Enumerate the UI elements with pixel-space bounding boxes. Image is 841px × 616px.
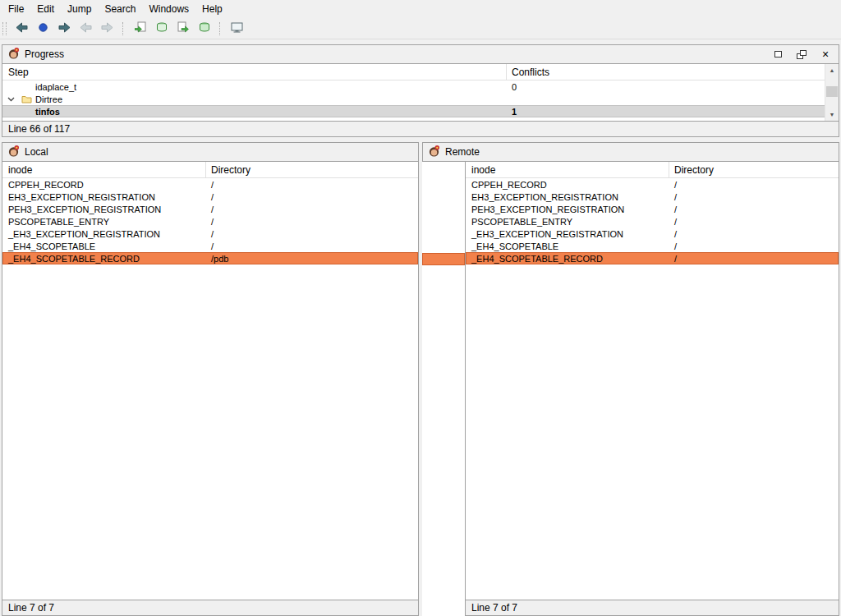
file-export-icon [177,21,189,35]
local-table-row[interactable]: EH3_EXCEPTION_REGISTRATION/ [2,191,418,203]
toolbar-separator [122,22,127,35]
remote-panel-title: Remote [445,146,834,158]
arrow-right-disabled-icon [101,22,113,35]
remote-row-list: CPPEH_RECORD/EH3_EXCEPTION_REGISTRATION/… [466,178,839,600]
remote-table-area: inode Directory CPPEH_RECORD/EH3_EXCEPTI… [465,162,839,616]
directory-cell: / [669,254,839,264]
local-table: inode Directory CPPEH_RECORD/EH3_EXCEPTI… [2,162,419,600]
merge-panes: Local inode Directory CPPEH_RECORD/EH3_E… [0,137,841,616]
blue-dot-icon [39,23,48,34]
column-header-directory[interactable]: Directory [206,162,418,177]
remote-table-row[interactable]: _EH4_SCOPETABLE/ [466,240,839,252]
remote-content: inode Directory CPPEH_RECORD/EH3_EXCEPTI… [422,162,839,616]
arrow-right-icon [58,22,71,35]
remote-table-row[interactable]: EH3_EXCEPTION_REGISTRATION/ [466,191,839,203]
local-panel-title: Local [25,146,413,158]
toolbar [0,18,841,39]
local-table-row[interactable]: CPPEH_RECORD/ [2,178,418,191]
file-import-icon [135,21,146,35]
inode-cell: _EH4_SCOPETABLE_RECORD [2,254,206,264]
inode-cell: PSCOPETABLE_ENTRY [466,217,669,227]
monitor-icon [231,22,243,35]
remote-table-row[interactable]: PSCOPETABLE_ENTRY/ [466,215,839,228]
remote-titlebar[interactable]: Remote [422,142,839,162]
progress-row[interactable]: tinfos1 [2,105,839,117]
remote-table-row[interactable]: _EH4_SCOPETABLE_RECORD/ [466,252,839,264]
menu-file[interactable]: File [2,1,30,17]
step-cell: tinfos [2,105,507,117]
jump-forward-button[interactable] [54,20,75,38]
remote-table: inode Directory CPPEH_RECORD/EH3_EXCEPTI… [465,162,839,600]
column-header-inode[interactable]: inode [466,162,669,177]
local-titlebar[interactable]: Local [2,142,419,162]
stop-button[interactable] [33,20,53,38]
folder-icon [21,94,32,103]
column-header-conflicts[interactable]: Conflicts [507,64,839,80]
local-table-row[interactable]: PSCOPETABLE_ENTRY/ [2,215,418,228]
directory-cell: /pdb [206,254,418,264]
remote-table-row[interactable]: CPPEH_RECORD/ [466,178,839,191]
directory-cell: / [669,229,839,239]
remote-table-header: inode Directory [466,162,839,178]
column-header-step[interactable]: Step [2,64,507,80]
column-header-inode[interactable]: inode [2,162,206,177]
step-cell: Dirtree [2,93,507,105]
progress-panel: Progress × Step Conflicts idaplace_t0Dir… [2,44,839,137]
save-database-button[interactable] [194,20,214,38]
remote-table-row[interactable]: _EH3_EXCEPTION_REGISTRATION/ [466,228,839,240]
back-button[interactable] [76,20,96,38]
progress-titlebar[interactable]: Progress × [2,44,839,64]
scroll-down-button[interactable]: ▼ [825,108,839,121]
float-button[interactable] [796,48,807,60]
scrollbar-thumb[interactable] [826,86,838,98]
save-file-button[interactable] [172,20,193,38]
toolbar-separator [219,22,224,35]
app-icon [7,47,20,62]
progress-row[interactable]: Dirtree [2,93,839,105]
directory-cell: / [669,205,839,214]
inode-cell: PEH3_EXCEPTION_REGISTRATION [2,205,206,214]
directory-cell: / [206,180,418,190]
inode-cell: EH3_EXCEPTION_REGISTRATION [466,192,669,202]
column-header-directory[interactable]: Directory [669,162,839,177]
jump-back-button[interactable] [11,20,32,38]
inode-cell: EH3_EXCEPTION_REGISTRATION [2,192,206,202]
inode-cell: CPPEH_RECORD [2,180,206,190]
menu-search[interactable]: Search [98,1,142,17]
remote-table-row[interactable]: PEH3_EXCEPTION_REGISTRATION/ [466,203,839,215]
inode-cell: _EH4_SCOPETABLE [2,241,206,251]
forward-button[interactable] [97,20,117,38]
local-table-row[interactable]: PEH3_EXCEPTION_REGISTRATION/ [2,203,418,215]
progress-status: Line 66 of 117 [2,122,839,137]
menu-edit[interactable]: Edit [30,1,61,17]
restore-icon [774,51,782,57]
menu-help[interactable]: Help [195,1,229,17]
local-table-row[interactable]: _EH4_SCOPETABLE_RECORD/pdb [2,252,418,264]
local-row-list: CPPEH_RECORD/EH3_EXCEPTION_REGISTRATION/… [2,178,418,600]
close-button[interactable]: × [820,48,831,60]
directory-cell: / [669,192,839,202]
local-table-row[interactable]: _EH3_EXCEPTION_REGISTRATION/ [2,228,418,240]
desktop-button[interactable] [227,20,247,38]
load-file-button[interactable] [130,20,150,38]
scroll-up-button[interactable]: ▲ [825,64,839,76]
directory-cell: / [669,217,839,227]
chevron-down-icon[interactable] [7,97,15,102]
scrollbar-track[interactable] [825,76,839,108]
restore-button[interactable] [772,48,784,60]
diff-gutter [422,162,465,616]
inode-cell: PEH3_EXCEPTION_REGISTRATION [466,205,669,214]
open-database-button[interactable] [151,20,172,38]
vertical-scrollbar[interactable]: ▲ ▼ [825,64,839,121]
inode-cell: _EH4_SCOPETABLE_RECORD [466,254,669,264]
menu-windows[interactable]: Windows [142,1,195,17]
local-table-header: inode Directory [2,162,418,178]
local-table-row[interactable]: _EH4_SCOPETABLE/ [2,240,418,252]
progress-row[interactable]: idaplace_t0 [2,80,839,93]
menu-jump[interactable]: Jump [61,1,98,17]
app-icon [428,145,440,159]
remote-panel: Remote inode Directory CPPEH_RECORD/EH3_… [422,142,839,616]
inode-cell: _EH3_EXCEPTION_REGISTRATION [2,229,206,239]
directory-cell: / [206,217,418,227]
arrow-left-disabled-icon [80,22,92,35]
